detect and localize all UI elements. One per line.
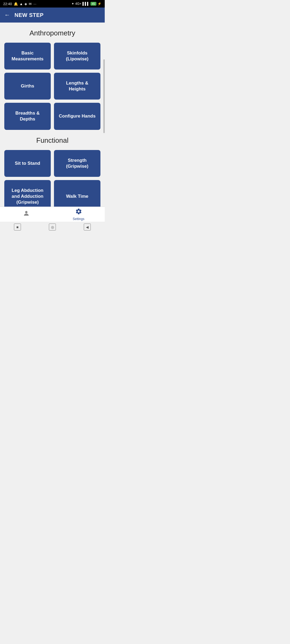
- skinfolds-button[interactable]: Skinfolds (Lipowise): [54, 43, 100, 69]
- settings-icon: [75, 208, 82, 217]
- settings-label: Settings: [73, 217, 84, 221]
- back-button[interactable]: ←: [4, 12, 10, 19]
- status-time: 22:40: [3, 2, 12, 6]
- status-left: 22:40 🔔 ▲ ◈ ✉ ···: [3, 2, 36, 6]
- status-right: ✦ 4G+ ▌▌▌ 45 ⚡: [71, 2, 102, 6]
- anthropometry-title: Anthropometry: [4, 29, 100, 37]
- location-icon: ▲: [20, 2, 23, 6]
- bluetooth-icon: ✦: [71, 2, 74, 6]
- leg-abduction-button[interactable]: Leg Abduction and Adduction (Gripwise): [4, 180, 51, 207]
- sit-to-stand-button[interactable]: Sit to Stand: [4, 150, 51, 177]
- profile-icon: [23, 210, 30, 219]
- functional-grid: Sit to Stand Strength (Gripwise) Leg Abd…: [4, 150, 100, 207]
- functional-section: Functional Sit to Stand Strength (Gripwi…: [4, 136, 100, 207]
- girths-button[interactable]: Girths: [4, 73, 51, 100]
- android-recent-button[interactable]: ■: [14, 224, 21, 230]
- header: ← NEW STEP: [0, 8, 105, 23]
- scrollbar-thumb: [103, 59, 105, 133]
- main-content: Anthropometry Basic Measurements Skinfol…: [0, 23, 105, 207]
- android-nav: ■ ◎ ◀: [0, 222, 105, 232]
- mail-icon: ✉: [29, 2, 32, 6]
- page-title: NEW STEP: [15, 12, 44, 18]
- lengths-heights-button[interactable]: Lengths & Heights: [54, 73, 100, 100]
- alarm-icon: 🔔: [14, 2, 18, 6]
- svg-point-0: [25, 211, 27, 213]
- bottom-nav: Settings: [0, 207, 105, 222]
- charging-icon: ⚡: [97, 2, 102, 6]
- basic-measurements-button[interactable]: Basic Measurements: [4, 43, 51, 69]
- nav-item-settings[interactable]: Settings: [52, 208, 105, 221]
- functional-title: Functional: [4, 136, 100, 145]
- strength-gripwise-button[interactable]: Strength (Gripwise): [54, 150, 100, 177]
- breadths-depths-button[interactable]: Breadths & Depths: [4, 103, 51, 130]
- android-back-button[interactable]: ◀: [84, 224, 91, 230]
- more-icon: ···: [33, 2, 36, 6]
- signal-icon: ▌▌▌: [82, 2, 89, 6]
- wifi-icon: ◈: [24, 2, 27, 6]
- status-bar: 22:40 🔔 ▲ ◈ ✉ ··· ✦ 4G+ ▌▌▌ 45 ⚡: [0, 0, 105, 8]
- nav-item-profile[interactable]: [0, 210, 52, 219]
- anthropometry-section: Anthropometry Basic Measurements Skinfol…: [4, 29, 100, 130]
- configure-hands-button[interactable]: Configure Hands: [54, 103, 100, 130]
- network-type: 4G+: [75, 2, 81, 6]
- walk-time-button[interactable]: Walk Time: [54, 180, 100, 207]
- android-home-button[interactable]: ◎: [49, 224, 56, 230]
- battery-indicator: 45: [90, 2, 96, 6]
- content-area: Anthropometry Basic Measurements Skinfol…: [0, 23, 105, 207]
- anthropometry-grid: Basic Measurements Skinfolds (Lipowise) …: [4, 43, 100, 130]
- scrollbar-track: [103, 23, 105, 207]
